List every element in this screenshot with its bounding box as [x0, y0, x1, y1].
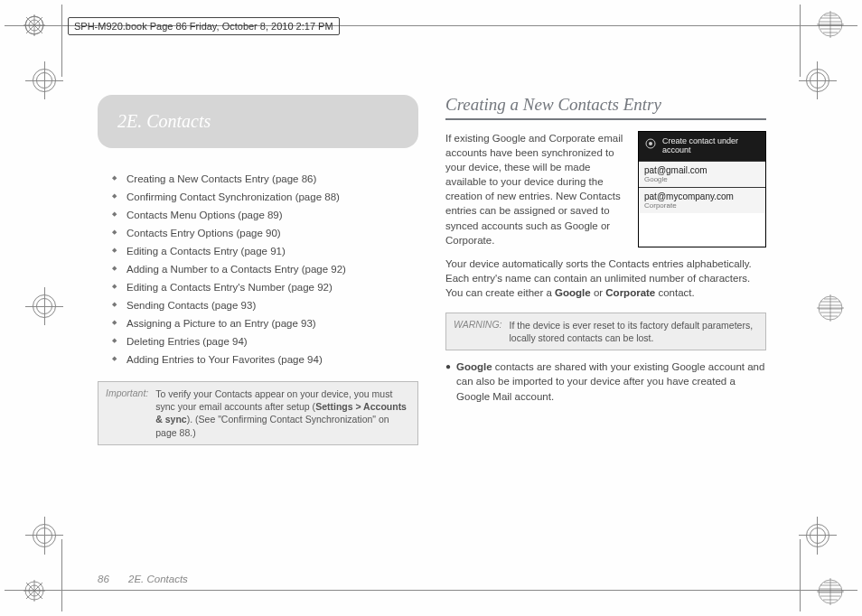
subsection-heading: Creating a New Contacts Entry	[445, 95, 766, 120]
registration-mark-icon	[817, 294, 844, 322]
radial-mark-icon	[23, 580, 45, 602]
account-row: pat@mycompany.com Corporate	[639, 187, 765, 213]
right-column: Creating a New Contacts Entry If existin…	[445, 95, 766, 546]
important-note: Important: To verify your Contacts appea…	[98, 381, 418, 445]
radial-mark-icon	[23, 14, 45, 36]
list-item: Assigning a Picture to an Entry (page 93…	[112, 314, 418, 332]
list-item: Editing a Contacts Entry (page 91)	[112, 242, 418, 260]
list-item: Creating a New Contacts Entry (page 86)	[112, 170, 418, 188]
warning-body: If the device is ever reset to its facto…	[509, 319, 758, 344]
list-item: Deleting Entries (page 94)	[112, 332, 418, 350]
section-title: 2E. Contacts	[117, 111, 398, 132]
list-item: Adding a Number to a Contacts Entry (pag…	[112, 260, 418, 278]
page-content: 2E. Contacts Creating a New Contacts Ent…	[98, 95, 766, 546]
warning-note: WARNING: If the device is ever reset to …	[445, 313, 766, 350]
svg-point-30	[649, 142, 652, 145]
list-item: Sending Contacts (page 93)	[112, 296, 418, 314]
screenshot-titlebar: Create contact under account	[639, 132, 765, 161]
page-footer: 86 2E. Contacts	[98, 574, 188, 584]
list-item: Editing a Contacts Entry's Number (page …	[112, 278, 418, 296]
bullet-paragraph: ● Google contacts are shared with your e…	[445, 359, 766, 403]
section-title-box: 2E. Contacts	[98, 95, 418, 148]
device-screenshot: Create contact under account pat@gmail.c…	[638, 131, 766, 247]
warning-label: WARNING:	[454, 319, 501, 344]
registration-mark-icon	[817, 11, 844, 38]
list-item: Adding Entries to Your Favorites (page 9…	[112, 350, 418, 369]
chapter-label: 2E. Contacts	[128, 574, 188, 584]
left-column: 2E. Contacts Creating a New Contacts Ent…	[98, 95, 418, 546]
book-page-info: SPH-M920.book Page 86 Friday, October 8,…	[68, 17, 340, 35]
body-paragraph: Your device automatically sorts the Cont…	[445, 257, 766, 300]
important-body: To verify your Contacts appear on your d…	[155, 387, 410, 439]
page-number: 86	[98, 574, 109, 584]
table-of-contents: Creating a New Contacts Entry (page 86) …	[98, 170, 418, 369]
list-item: Contacts Menu Options (page 89)	[112, 206, 418, 224]
registration-mark-icon	[817, 578, 844, 605]
important-label: Important:	[106, 387, 148, 439]
contact-icon	[645, 138, 656, 149]
list-item: Contacts Entry Options (page 90)	[112, 224, 418, 242]
book-page-header: SPH-M920.book Page 86 Friday, October 8,…	[68, 16, 794, 36]
intro-paragraph: If existing Google and Corporate email a…	[445, 131, 627, 247]
list-item: Confirming Contact Synchronization (page…	[112, 188, 418, 206]
bullet-icon: ●	[445, 359, 451, 403]
account-row: pat@gmail.com Google	[639, 161, 765, 187]
